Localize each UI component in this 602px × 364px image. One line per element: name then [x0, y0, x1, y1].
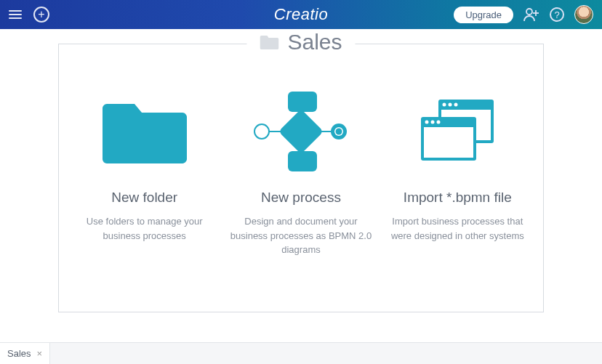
card-title: New folder — [73, 190, 215, 206]
folder-icon — [260, 34, 278, 50]
tab-sales[interactable]: Sales × — [0, 343, 50, 364]
help-icon[interactable]: ? — [550, 7, 564, 22]
card-description: Design and document your business proces… — [230, 214, 372, 257]
folder-large-icon — [73, 88, 215, 175]
windows-icon — [387, 88, 529, 175]
svg-point-0 — [526, 9, 532, 15]
import-bpmn-card[interactable]: Import *.bpmn file Import business proce… — [387, 88, 529, 257]
bottom-tab-bar: Sales × — [0, 342, 602, 364]
svg-point-13 — [335, 129, 342, 135]
new-folder-card[interactable]: New folder Use folders to manage your bu… — [73, 88, 215, 257]
top-navigation-bar: + Creatio Upgrade ? — [0, 0, 602, 29]
svg-point-23 — [437, 121, 441, 124]
upgrade-button[interactable]: Upgrade — [454, 7, 513, 23]
page-title: Sales — [287, 30, 342, 54]
bpmn-diagram-icon — [230, 88, 372, 175]
svg-point-17 — [449, 103, 452, 107]
add-user-icon[interactable] — [523, 7, 539, 22]
user-avatar[interactable] — [574, 5, 593, 24]
hamburger-menu-icon[interactable] — [9, 8, 22, 21]
svg-rect-10 — [288, 151, 317, 171]
main-panel: Sales New folder Use folders to manage y… — [58, 44, 544, 312]
svg-point-21 — [425, 121, 429, 124]
card-description: Import business processes that were desi… — [387, 214, 529, 243]
tab-label: Sales — [7, 348, 31, 359]
svg-point-22 — [431, 121, 435, 124]
svg-rect-8 — [278, 109, 324, 154]
card-description: Use folders to manage your business proc… — [73, 214, 215, 243]
app-logo: Creatio — [274, 5, 328, 24]
svg-point-18 — [454, 103, 458, 107]
panel-title: Sales — [246, 30, 355, 54]
svg-point-16 — [443, 103, 446, 107]
add-icon[interactable]: + — [33, 7, 49, 23]
card-title: New process — [230, 190, 372, 206]
close-icon[interactable]: × — [37, 348, 43, 359]
svg-point-7 — [254, 124, 269, 139]
card-title: Import *.bpmn file — [387, 190, 529, 206]
new-process-card[interactable]: New process Design and document your bus… — [230, 88, 372, 257]
svg-rect-9 — [288, 92, 317, 112]
svg-rect-20 — [424, 127, 473, 158]
